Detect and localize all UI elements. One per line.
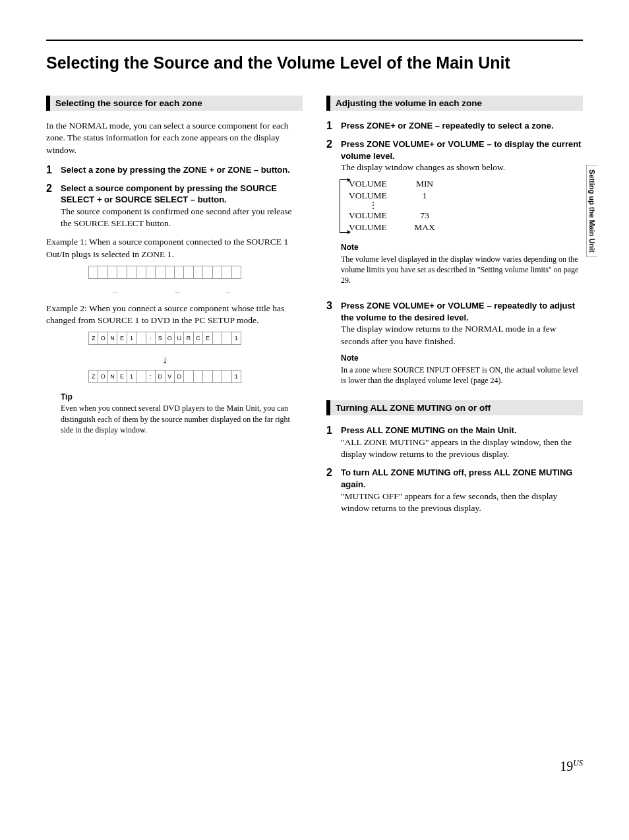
lcd-cell (202, 266, 212, 279)
lcd-cell: 1 (127, 332, 136, 345)
side-tab: Setting up the Main Unit (586, 165, 597, 257)
volume-value: 73 (408, 210, 441, 222)
lcd-cell: N (107, 332, 117, 345)
step-detail: The display window returns to the NORMAL… (341, 323, 583, 347)
step-1: 1 Press ALL ZONE MUTING on the Main Unit… (326, 425, 583, 460)
note-heading: Note (341, 353, 583, 363)
example-2: Example 2: When you connect a source com… (46, 303, 303, 326)
volume-label: VOLUME (349, 190, 408, 202)
lcd-cell (174, 266, 184, 279)
intro-paragraph: In the NORMAL mode, you can select a sou… (46, 120, 303, 156)
section-heading: Turning ALL ZONE MUTING on or off (326, 400, 583, 415)
lcd-cell: 1 (127, 370, 136, 383)
down-arrow-icon: ↓ (88, 354, 241, 366)
step-number: 1 (46, 164, 61, 176)
lcd-cell: : (146, 370, 156, 383)
tip-heading: Tip (61, 392, 303, 402)
page-number-value: 19 (560, 759, 573, 773)
loop-bracket-icon (340, 179, 348, 233)
lcd-cell (136, 266, 146, 279)
step-detail: The source component is confirmed one se… (61, 206, 303, 229)
lcd-cell (231, 266, 241, 279)
content-columns: Selecting the source for each zone In th… (46, 96, 583, 521)
lcd-cell: E (117, 332, 127, 345)
vertical-ellipsis-icon: ⋮ (349, 202, 583, 210)
lcd-cell: O (98, 332, 107, 345)
note-body: The volume level displayed in the displa… (341, 254, 583, 286)
lcd-cell (193, 266, 203, 279)
lcd-cell: U (174, 332, 184, 345)
lcd-cell (98, 266, 107, 279)
lcd-cell: 1 (231, 370, 241, 383)
step-1: 1 Select a zone by pressing the ZONE + o… (46, 164, 303, 176)
step-2: 2 Select a source component by pressing … (46, 183, 303, 230)
step-detail: "MUTING OFF" appears for a few seconds, … (341, 491, 583, 514)
step-instruction: Press ALL ZONE MUTING on the Main Unit. (341, 425, 583, 436)
lcd-cell: Z (88, 332, 98, 345)
lcd-display-1 (88, 266, 241, 279)
lcd-cell: S (155, 332, 165, 345)
volume-label: VOLUME (349, 178, 408, 190)
lcd-cell: O (98, 370, 107, 383)
lcd-cell (127, 266, 136, 279)
volume-value: 1 (408, 190, 441, 202)
lcd-cell: N (107, 370, 117, 383)
step-detail: The display window changes as shown belo… (341, 162, 583, 173)
lcd-cell: D (155, 370, 165, 383)
lcd-cell: E (117, 370, 127, 383)
left-column: Selecting the source for each zone In th… (46, 96, 303, 521)
lcd-cell: R (183, 332, 193, 345)
step-number: 2 (46, 183, 61, 230)
lcd-cell (107, 266, 117, 279)
step-number: 2 (326, 467, 341, 514)
page-number-suffix: US (573, 758, 583, 767)
lcd-cell (155, 266, 165, 279)
volume-label: VOLUME (349, 210, 408, 222)
step-1: 1 Press ZONE+ or ZONE – repeatedly to se… (326, 120, 583, 132)
page-title: Selecting the Source and the Volume Leve… (46, 53, 583, 73)
volume-table: VOLUMEMIN VOLUME1 ⋮ VOLUME73 VOLUMEMAX (349, 178, 583, 234)
lcd-cell: C (193, 332, 203, 345)
lcd-cell (183, 370, 193, 383)
lcd-cell (212, 370, 222, 383)
lcd-cell (222, 266, 231, 279)
step-instruction: Press ZONE+ or ZONE – repeatedly to sele… (341, 120, 583, 132)
right-column: Adjusting the volume in each zone 1 Pres… (326, 96, 583, 521)
volume-value: MIN (408, 178, 441, 190)
lcd-cell: O (165, 332, 175, 345)
lcd-cell: 1 (231, 332, 241, 345)
lcd-cell (202, 370, 212, 383)
step-detail: "ALL ZONE MUTING" appears in the display… (341, 436, 583, 460)
lcd-cell: D (174, 370, 184, 383)
note-heading: Note (341, 242, 583, 253)
lcd-cell (222, 370, 231, 383)
lcd-cell: V (165, 370, 175, 383)
step-number: 1 (326, 120, 341, 132)
lcd-cell (88, 266, 98, 279)
volume-value: MAX (408, 222, 441, 233)
lcd-cell (165, 266, 175, 279)
note-body: In a zone where SOURCE INPUT OFFSET is O… (341, 365, 583, 386)
step-instruction: To turn ALL ZONE MUTING off, press ALL Z… (341, 467, 583, 490)
lcd-cell: Z (88, 370, 98, 383)
step-2: 2 Press ZONE VOLUME+ or VOLUME – to disp… (326, 138, 583, 293)
tip-block: Tip Even when you connect several DVD pl… (61, 392, 303, 435)
lcd-display-2a: ZONE1:SOURCE1 (88, 332, 241, 345)
lcd-cell (212, 332, 222, 345)
step-number: 2 (326, 138, 341, 293)
lcd-cell (136, 370, 146, 383)
lcd-cell (183, 266, 193, 279)
step-instruction: Press ZONE VOLUME+ or VOLUME – repeatedl… (341, 300, 583, 323)
lcd-cell (117, 266, 127, 279)
tip-body: Even when you connect several DVD player… (61, 403, 303, 435)
lcd-cell (193, 370, 203, 383)
step-number: 1 (326, 425, 341, 460)
step-2: 2 To turn ALL ZONE MUTING off, press ALL… (326, 467, 583, 514)
step-number: 3 (326, 300, 341, 394)
step-instruction: Press ZONE VOLUME+ or VOLUME – to displa… (341, 138, 583, 162)
step-instruction: Select a source component by pressing th… (61, 183, 303, 206)
lcd-cell: E (202, 332, 212, 345)
step-instruction: Select a zone by pressing the ZONE + or … (61, 164, 303, 176)
top-rule (46, 40, 583, 41)
example-1: Example 1: When a source component conne… (46, 236, 303, 260)
